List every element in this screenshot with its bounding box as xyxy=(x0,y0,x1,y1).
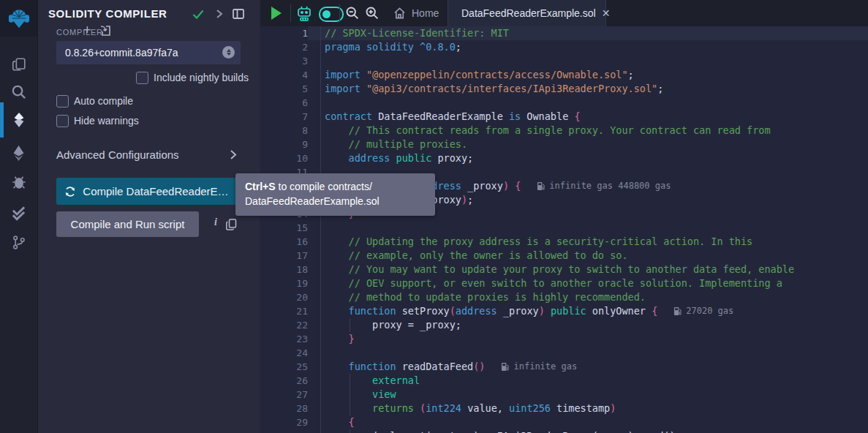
home-tab-label: Home xyxy=(412,7,439,19)
hide-warnings-label: Hide warnings xyxy=(74,115,139,127)
code-line-18: 18 // You may want to update your proxy … xyxy=(260,263,868,276)
fuel-pump-icon xyxy=(673,306,682,316)
sidebar-item-solidity-compiler[interactable] xyxy=(0,108,37,132)
add-custom-compiler-button[interactable]: + xyxy=(83,23,91,38)
sidebar-item-search[interactable] xyxy=(0,79,37,104)
code-line-7: 7contract DataFeedReaderExample is Ownab… xyxy=(260,110,868,124)
hide-warnings-checkbox[interactable] xyxy=(56,115,69,127)
line-number: 3 xyxy=(260,54,308,68)
line-number: 15 xyxy=(260,221,308,235)
code-line-3: 3 xyxy=(260,54,868,68)
sidebar-item-file-explorer[interactable] xyxy=(0,52,37,77)
code-line-23: 23 } xyxy=(260,332,868,346)
compiler-section-label: COMPILER xyxy=(56,28,103,37)
toolbar-divider xyxy=(290,4,291,22)
import-compiler-icon[interactable] xyxy=(99,25,111,37)
remix-logo[interactable] xyxy=(0,0,37,37)
compile-button[interactable]: Compile DataFeedReaderE… xyxy=(56,178,237,205)
code-line-1: 1// SPDX-License-Identifier: MIT xyxy=(260,26,868,40)
line-number: 10 xyxy=(260,151,308,165)
line-number: 6 xyxy=(260,96,308,110)
home-icon xyxy=(393,7,406,19)
info-icon[interactable]: i xyxy=(211,217,221,231)
expand-chevron-icon[interactable] xyxy=(216,9,223,19)
solidity-compiler-panel: SOLIDITY COMPILER COMPILER + 0.8.26+comm… xyxy=(38,0,260,433)
sidebar-item-git[interactable] xyxy=(0,230,37,255)
code-line-19: 19 // OEV support, or even switch to ano… xyxy=(260,276,868,290)
gas-estimate-annotation: infinite gas xyxy=(501,360,577,374)
code-line-5: 5import "@api3/contracts/interfaces/IApi… xyxy=(260,82,868,96)
line-number: 17 xyxy=(260,249,308,263)
code-line-25: 25 function readDataFeed()infinite gas xyxy=(260,360,868,374)
line-number: 1 xyxy=(260,26,308,40)
advanced-configurations-toggle[interactable]: Advanced Configurations xyxy=(56,148,179,161)
remix-logo-icon xyxy=(8,7,30,29)
compiler-version-value: 0.8.26+commit.8a97fa7a xyxy=(56,47,178,59)
ai-copilot-robot-icon[interactable] xyxy=(295,5,313,21)
compile-and-run-label: Compile and Run script xyxy=(71,218,185,230)
tab-home[interactable]: Home xyxy=(383,0,449,26)
git-branch-icon xyxy=(11,234,26,251)
line-number: 4 xyxy=(260,68,308,82)
line-number: 2 xyxy=(260,40,308,54)
sidebar-item-deploy-and-run[interactable] xyxy=(0,140,37,165)
code-line-8: 8 // This contract reads from a single p… xyxy=(260,124,868,138)
code-editor[interactable]: 1// SPDX-License-Identifier: MIT2pragma … xyxy=(260,26,868,433)
code-line-6: 6 xyxy=(260,96,868,110)
code-line-17: 17 // example, only the owner is allowed… xyxy=(260,249,868,263)
run-script-play-button[interactable] xyxy=(271,7,282,20)
line-number: 30 xyxy=(260,429,308,433)
select-spinner-icon xyxy=(222,46,235,59)
code-line-29: 29 { xyxy=(260,415,868,429)
auto-compile-label: Auto compile xyxy=(74,95,133,107)
auto-compile-checkbox[interactable] xyxy=(56,95,69,108)
code-line-22: 22 proxy = _proxy; xyxy=(260,318,868,332)
code-line-2: 2pragma solidity ^0.8.0; xyxy=(260,40,868,54)
line-number: 23 xyxy=(260,332,308,346)
double-check-icon xyxy=(10,205,27,222)
line-number: 21 xyxy=(260,304,308,318)
code-line-16: 16 // Updating the proxy address is a se… xyxy=(260,235,868,249)
include-nightly-checkbox[interactable] xyxy=(136,72,148,84)
line-number: 24 xyxy=(260,346,308,360)
code-line-27: 27 view xyxy=(260,388,868,402)
pin-panel-icon[interactable] xyxy=(233,9,244,19)
line-number: 20 xyxy=(260,290,308,304)
chevron-right-icon[interactable] xyxy=(230,149,237,160)
sidebar-item-unit-testing[interactable] xyxy=(0,200,37,225)
line-number: 28 xyxy=(260,402,308,415)
file-explorer-icon xyxy=(11,56,27,72)
copy-icon[interactable] xyxy=(226,219,237,230)
gas-estimate-annotation: infinite gas 448800 gas xyxy=(537,179,671,193)
code-line-24: 24 xyxy=(260,346,868,360)
fuel-pump-icon xyxy=(501,362,509,372)
close-tab-icon[interactable]: ✕ xyxy=(602,7,611,19)
code-lines: 1// SPDX-License-Identifier: MIT2pragma … xyxy=(260,26,868,433)
compiler-version-select[interactable]: 0.8.26+commit.8a97fa7a xyxy=(56,41,241,64)
code-line-10: 10 address public proxy; xyxy=(260,151,868,165)
code-line-30: 30 (value, timestamp) = IApi3ReaderProxy… xyxy=(260,429,868,433)
line-number: 19 xyxy=(260,276,308,290)
line-number: 22 xyxy=(260,318,308,332)
line-number: 9 xyxy=(260,138,308,151)
search-icon xyxy=(10,83,27,100)
zoom-in-icon[interactable] xyxy=(364,5,380,20)
tooltip-shortcut: Ctrl+S xyxy=(245,181,276,192)
zoom-out-icon[interactable] xyxy=(344,5,360,20)
compile-shortcut-tooltip: Ctrl+S to compile contracts/ DataFeedRea… xyxy=(235,173,435,216)
line-number: 27 xyxy=(260,388,308,402)
gutter-divider xyxy=(320,26,321,433)
compile-and-run-button[interactable]: Compile and Run script xyxy=(56,211,199,237)
toolbar-divider xyxy=(339,4,340,22)
debugger-icon xyxy=(11,174,27,190)
line-number: 26 xyxy=(260,374,308,388)
refresh-icon xyxy=(64,186,76,197)
tab-datafeedreaderexample[interactable]: DataFeedReaderExample.sol ✕ xyxy=(448,0,606,26)
solidity-compiler-icon xyxy=(11,111,27,129)
code-line-9: 9 // multiple proxies. xyxy=(260,138,868,151)
tooltip-filename: DataFeedReaderExample.sol xyxy=(245,195,426,209)
sidebar-item-debugger[interactable] xyxy=(0,170,37,195)
line-number: 29 xyxy=(260,415,308,429)
panel-title: SOLIDITY COMPILER xyxy=(48,7,167,20)
gas-estimate-annotation: 27020 gas xyxy=(673,304,733,318)
